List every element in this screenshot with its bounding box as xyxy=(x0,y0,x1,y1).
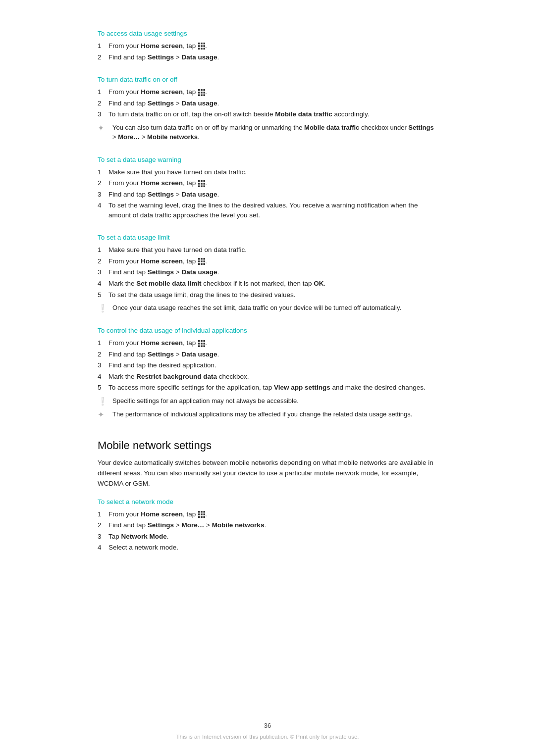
step-number: 3 xyxy=(98,190,108,200)
step-number: 1 xyxy=(98,338,108,348)
svg-rect-20 xyxy=(204,180,206,182)
svg-rect-38 xyxy=(204,340,206,342)
list-item: 1 From your Home screen, tap . xyxy=(98,509,437,519)
svg-rect-48 xyxy=(198,513,200,515)
step-number: 1 xyxy=(98,167,108,177)
mobile-network-title: Mobile network settings xyxy=(98,439,437,452)
svg-rect-43 xyxy=(201,345,203,347)
list-item: 1 Make sure that you have turned on data… xyxy=(98,167,437,177)
step-number: 2 xyxy=(98,99,108,108)
svg-rect-52 xyxy=(201,516,203,518)
step-number: 2 xyxy=(98,350,108,359)
page: To access data usage settings 1 From you… xyxy=(0,0,535,756)
svg-rect-3 xyxy=(198,46,200,48)
list-item: 1 Make sure that you have turned on data… xyxy=(98,245,437,255)
svg-rect-0 xyxy=(198,43,200,45)
step-number: 3 xyxy=(98,267,108,277)
section-access-data-usage: To access data usage settings 1 From you… xyxy=(98,30,437,62)
svg-rect-10 xyxy=(201,89,203,91)
list-item: 3 Find and tap the desired application. xyxy=(98,360,437,370)
mobile-network-desc: Your device automatically switches betwe… xyxy=(98,458,437,489)
svg-rect-28 xyxy=(201,258,203,260)
svg-rect-40 xyxy=(201,343,203,345)
step-text: From your Home screen, tap . xyxy=(108,178,437,188)
tip-note: ✦ The performance of individual applicat… xyxy=(98,410,437,419)
svg-rect-34 xyxy=(201,263,203,265)
step-number: 2 xyxy=(98,520,108,530)
grid-icon xyxy=(198,340,205,347)
step-number: 2 xyxy=(98,256,108,266)
svg-rect-1 xyxy=(201,43,203,45)
step-number: 2 xyxy=(98,52,108,62)
step-number: 4 xyxy=(98,372,108,382)
svg-rect-12 xyxy=(198,92,200,94)
svg-rect-31 xyxy=(201,261,203,263)
svg-rect-49 xyxy=(201,513,203,515)
svg-rect-13 xyxy=(201,92,203,94)
tip-note: ✦ You can also turn data traffic on or o… xyxy=(98,123,437,142)
section-title-set-data-limit: To set a data usage limit xyxy=(98,234,437,241)
list-item: 1 From your Home screen, tap . xyxy=(98,87,437,97)
list-item: 5 To set the data usage limit, drag the … xyxy=(98,290,437,300)
step-text: To set the data usage limit, drag the li… xyxy=(108,290,437,300)
step-number: 3 xyxy=(98,360,108,370)
steps-list-access-data-usage: 1 From your Home screen, tap . 2 Find an… xyxy=(98,41,437,62)
svg-rect-5 xyxy=(204,46,206,48)
note-text: You can also turn data traffic on or off… xyxy=(112,123,437,142)
note-text: Specific settings for an application may… xyxy=(112,397,437,406)
step-text: To set the warning level, drag the lines… xyxy=(108,201,437,220)
section-turn-data-traffic: To turn data traffic on or off 1 From yo… xyxy=(98,76,437,142)
svg-rect-29 xyxy=(204,258,206,260)
list-item: 3 To turn data traffic on or off, tap th… xyxy=(98,109,437,119)
svg-rect-4 xyxy=(201,46,203,48)
steps-list-select-network-mode: 1 From your Home screen, tap . 2 Find an… xyxy=(98,509,437,553)
svg-rect-33 xyxy=(198,263,200,265)
section-title-select-network-mode: To select a network mode xyxy=(98,498,437,505)
step-text: From your Home screen, tap . xyxy=(108,41,437,51)
svg-rect-47 xyxy=(204,511,206,513)
grid-icon xyxy=(198,180,205,187)
step-number: 2 xyxy=(98,178,108,188)
step-number: 4 xyxy=(98,279,108,289)
step-text: From your Home screen, tap . xyxy=(108,87,437,97)
steps-list-set-data-limit: 1 Make sure that you have turned on data… xyxy=(98,245,437,300)
svg-rect-24 xyxy=(198,185,200,187)
step-number: 3 xyxy=(98,109,108,119)
list-item: 4 To set the warning level, drag the lin… xyxy=(98,201,437,220)
section-title-turn-data-traffic: To turn data traffic on or off xyxy=(98,76,437,83)
svg-rect-37 xyxy=(201,340,203,342)
svg-rect-19 xyxy=(201,180,203,182)
list-item: 2 Find and tap Settings > More… > Mobile… xyxy=(98,520,437,530)
svg-rect-46 xyxy=(201,511,203,513)
svg-rect-27 xyxy=(198,258,200,260)
svg-rect-26 xyxy=(204,185,206,187)
svg-rect-30 xyxy=(198,261,200,263)
svg-rect-35 xyxy=(204,263,206,265)
grid-icon xyxy=(198,511,205,518)
section-title-control-individual-apps: To control the data usage of individual … xyxy=(98,327,437,334)
list-item: 2 From your Home screen, tap . xyxy=(98,178,437,188)
svg-rect-41 xyxy=(204,343,206,345)
step-number: 5 xyxy=(98,290,108,300)
svg-rect-9 xyxy=(198,89,200,91)
section-select-network-mode: To select a network mode 1 From your Hom… xyxy=(98,498,437,553)
step-text: From your Home screen, tap . xyxy=(108,509,437,519)
footer-legal: This is an Internet version of this publ… xyxy=(176,734,359,740)
svg-rect-14 xyxy=(204,92,206,94)
tip-icon: ✦ xyxy=(98,123,111,133)
list-item: 2 Find and tap Settings > Data usage. xyxy=(98,99,437,108)
svg-rect-22 xyxy=(201,183,203,185)
list-item: 3 Find and tap Settings > Data usage. xyxy=(98,190,437,200)
step-text: To access more specific settings for the… xyxy=(108,383,437,393)
step-text: Find and tap Settings > Data usage. xyxy=(108,267,437,277)
step-text: Find and tap Settings > Data usage. xyxy=(108,190,437,200)
step-text: To turn data traffic on or off, tap the … xyxy=(108,109,437,119)
step-text: Tap Network Mode. xyxy=(108,532,437,542)
steps-list-turn-data-traffic: 1 From your Home screen, tap . 2 Find an… xyxy=(98,87,437,119)
warn-note: ❕ Specific settings for an application m… xyxy=(98,397,437,406)
svg-rect-39 xyxy=(198,343,200,345)
list-item: 2 Find and tap Settings > Data usage. xyxy=(98,350,437,359)
list-item: 1 From your Home screen, tap . xyxy=(98,338,437,348)
step-text: From your Home screen, tap . xyxy=(108,256,437,266)
list-item: 5 To access more specific settings for t… xyxy=(98,383,437,393)
